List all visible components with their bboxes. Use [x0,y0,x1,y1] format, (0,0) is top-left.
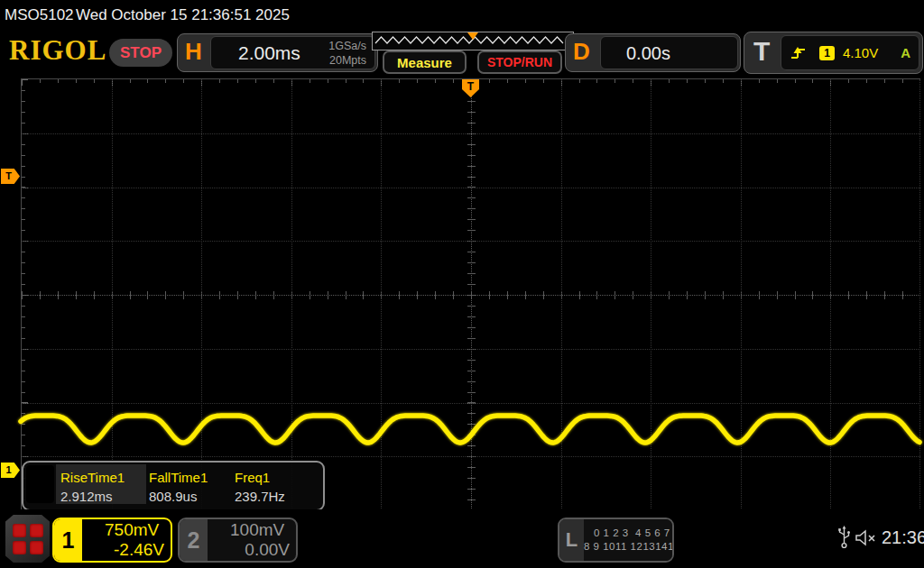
rising-edge-icon [790,45,807,60]
preview-position-marker[interactable] [467,32,478,40]
channel1-number-tab[interactable]: 1 [54,519,82,561]
waveform-preview-bar[interactable] [372,32,574,50]
waveform-display-grid [21,78,920,510]
measurement-panel-spacer [26,465,54,503]
datetime-text: Wed October 15 21:36:51 2025 [76,6,290,24]
logic-analyzer-tab[interactable]: L [559,519,584,561]
acquisition-info: 1GSa/s 20Mpts [328,39,366,68]
trigger-inner: 1 4.10V A [781,35,919,70]
bottom-bar: 1 750mV -2.46V 2 100mV 0.00V L [0,509,924,568]
channel1-readout: 750mV -2.46V [82,519,171,561]
trigger-mode: A [901,45,910,60]
trigger-block[interactable]: T 1 4.10V A [744,32,923,74]
channel2-offset: 0.00V [212,540,290,560]
run-state-badge: STOP [109,39,172,67]
horizontal-label: H [185,38,202,66]
usb-icon [837,526,851,550]
timebase-value: 2.00ms [238,42,300,64]
grid-horizontal-line [22,241,920,242]
trigger-source-badge: 1 [819,46,835,60]
channel1-status-block[interactable]: 1 750mV -2.46V [52,518,172,563]
titlebar: MSO5102 Wed October 15 21:36:51 2025 [0,0,924,29]
horizontal-inner: 2.00ms 1GSa/s 20Mpts [210,36,375,69]
delay-label: D [573,38,590,66]
channel1-ground-marker[interactable]: 1 [1,463,20,478]
logic-channels-row1: 0 1 2 3 4 5 6 7 [594,527,670,540]
horizontal-block[interactable]: H 2.00ms 1GSa/s 20Mpts [177,33,378,72]
sample-rate: 1GSa/s [328,39,366,53]
main-menu-button[interactable] [5,515,50,563]
grid-horizontal-line [22,456,920,457]
channel2-status-block[interactable]: 2 100mV 0.00V [178,518,298,563]
measurement-value: 239.7Hz [235,489,285,504]
trigger-level-value: 4.10V [843,45,878,60]
oscilloscope-screen: MSO5102 Wed October 15 21:36:51 2025 RIG… [0,0,924,568]
delay-value: 0.00s [626,43,670,64]
memory-depth: 20Mpts [328,53,366,68]
grid-horizontal-line [22,295,920,296]
measurement-value: 808.9us [149,489,197,504]
channel1-offset: -2.46V [87,540,164,560]
delay-inner: 0.00s [600,36,738,69]
model-name: MSO5102 [5,6,74,24]
clock-display: 21:36 [882,527,924,548]
channel1-scale: 750mV [105,520,159,540]
logic-channels-row2: 8 9 1011 12131415 [584,540,674,554]
trigger-level-marker[interactable]: T [1,169,20,184]
measurement-name: RiseTime1 [60,470,125,485]
measurement-name: FallTime1 [149,470,208,485]
measurement-name: Freq1 [235,470,270,485]
grid-horizontal-line [22,133,920,134]
grid-horizontal-line [22,188,920,188]
delay-block[interactable]: D 0.00s [565,33,741,72]
measure-button[interactable]: Measure [383,50,467,74]
grid-horizontal-line [22,403,920,404]
channel2-number-tab[interactable]: 2 [180,519,208,561]
grid-horizontal-line [22,349,920,350]
channel2-readout: 100mV 0.00V [208,519,296,561]
channel2-scale: 100mV [230,520,284,540]
menu-grid-icon [13,524,43,554]
trigger-label: T [753,36,770,67]
measurement-panel[interactable]: RiseTime1 FallTime1 Freq1 2.912ms 808.9u… [22,461,325,511]
rigol-logo: RIGOL [9,34,106,67]
logic-analyzer-block[interactable]: L 0 1 2 3 4 5 6 7 8 9 1011 12131415 [558,518,674,563]
logic-channel-list: 0 1 2 3 4 5 6 7 8 9 1011 12131415 [584,519,674,561]
measurement-value: 2.912ms [60,489,113,504]
header-bar: RIGOL STOP H 2.00ms 1GSa/s 20Mpts Measur… [0,29,924,77]
muted-speaker-icon[interactable] [855,529,879,546]
stop-run-button[interactable]: STOP/RUN [477,50,562,74]
